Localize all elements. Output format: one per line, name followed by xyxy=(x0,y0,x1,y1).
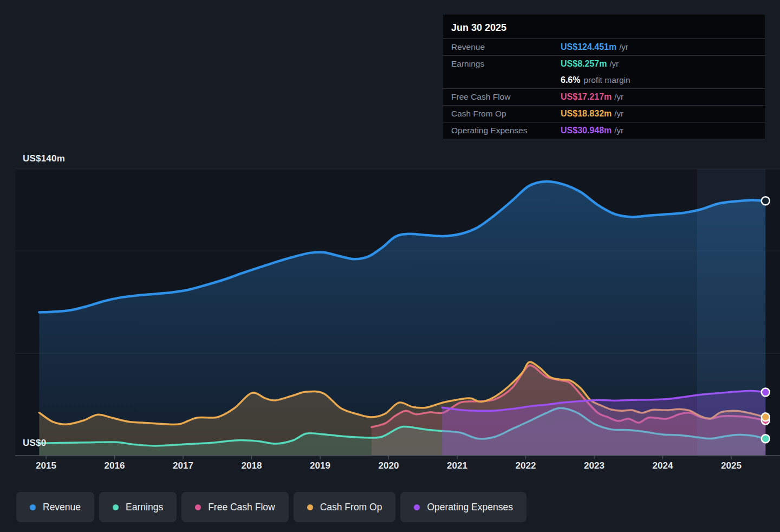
cashop-legend-dot-icon xyxy=(307,504,313,510)
x-axis-tick-label: 2018 xyxy=(242,460,262,471)
x-axis-tick-label: 2022 xyxy=(516,460,536,471)
fcf-legend-dot-icon xyxy=(195,504,201,510)
x-axis-tick-label: 2016 xyxy=(105,460,125,471)
ttm-highlight-band xyxy=(697,169,766,456)
legend-item-label: Revenue xyxy=(43,502,81,513)
tooltip-value-earnings: US$8.257m xyxy=(561,59,607,68)
legend-item-cashop[interactable]: Cash From Op xyxy=(294,492,396,522)
x-axis-tick-label: 2023 xyxy=(584,460,604,471)
tooltip-row-earnings: Earnings US$8.257m/yr xyxy=(443,56,765,72)
tooltip-value-operating-expenses: US$30.948m xyxy=(561,126,612,135)
x-axis-tick-label: 2024 xyxy=(653,460,673,471)
x-axis-tick-label: 2020 xyxy=(379,460,399,471)
x-axis-tick-label: 2021 xyxy=(447,460,467,471)
tooltip-unit: /yr xyxy=(619,42,628,51)
x-axis-tick-label: 2025 xyxy=(721,460,742,471)
cashop-endpoint-marker[interactable] xyxy=(762,413,770,421)
tooltip-label-earnings: Earnings xyxy=(451,56,561,72)
tooltip-value-free-cash-flow: US$17.217m xyxy=(561,92,612,101)
x-axis-tick-label: 2015 xyxy=(36,460,56,471)
tooltip-unit: /yr xyxy=(614,126,623,135)
tooltip-label-revenue: Revenue xyxy=(451,39,561,55)
y-axis-label-top: US$140m xyxy=(23,153,65,164)
legend-item-label: Operating Expenses xyxy=(427,502,513,513)
revenue-legend-dot-icon xyxy=(30,504,36,510)
tooltip-value-cash-from-op: US$18.832m xyxy=(561,109,612,118)
revenue-endpoint-marker[interactable] xyxy=(762,197,770,205)
tooltip-label-free-cash-flow: Free Cash Flow xyxy=(451,89,561,105)
tooltip-unit: /yr xyxy=(614,109,623,118)
tooltip-unit: /yr xyxy=(609,59,619,68)
y-axis-label-zero: US$0 xyxy=(23,438,46,449)
tooltip-row-cash-from-op: Cash From Op US$18.832m/yr xyxy=(443,106,765,122)
opex-endpoint-marker[interactable] xyxy=(762,388,770,397)
legend-item-label: Cash From Op xyxy=(320,502,382,513)
x-axis-tick-label: 2017 xyxy=(173,460,193,471)
tooltip-profit-margin-text: profit margin xyxy=(583,75,630,85)
earnings-legend-dot-icon xyxy=(113,504,119,510)
tooltip-row-operating-expenses: Operating Expenses US$30.948m/yr xyxy=(443,122,765,139)
tooltip-label-cash-from-op: Cash From Op xyxy=(451,106,561,122)
tooltip-profit-margin-pct: 6.6% xyxy=(561,75,580,85)
opex-legend-dot-icon xyxy=(414,504,420,510)
legend-item-opex[interactable]: Operating Expenses xyxy=(400,492,526,522)
tooltip-date: Jun 30 2025 xyxy=(443,15,765,39)
chart-legend: RevenueEarningsFree Cash FlowCash From O… xyxy=(16,492,526,522)
tooltip-unit: /yr xyxy=(614,92,623,101)
tooltip-row-revenue: Revenue US$124.451m/yr xyxy=(443,39,765,56)
legend-item-revenue[interactable]: Revenue xyxy=(16,492,94,522)
tooltip-row-profit-margin: 6.6%profit margin xyxy=(443,72,765,89)
legend-item-fcf[interactable]: Free Cash Flow xyxy=(181,492,289,522)
legend-item-label: Free Cash Flow xyxy=(208,502,275,513)
tooltip-value-revenue: US$124.451m xyxy=(561,42,616,51)
x-axis-tick-label: 2019 xyxy=(310,460,330,471)
earnings-endpoint-marker[interactable] xyxy=(762,434,770,443)
legend-item-label: Earnings xyxy=(126,502,163,513)
tooltip-row-free-cash-flow: Free Cash Flow US$17.217m/yr xyxy=(443,89,765,106)
financials-history-panel: US$140m US$0 201520162017201820192020202… xyxy=(0,0,780,532)
legend-item-earnings[interactable]: Earnings xyxy=(99,492,177,522)
tooltip-label-operating-expenses: Operating Expenses xyxy=(451,122,561,139)
chart-tooltip: Jun 30 2025 Revenue US$124.451m/yr Earni… xyxy=(443,15,765,139)
